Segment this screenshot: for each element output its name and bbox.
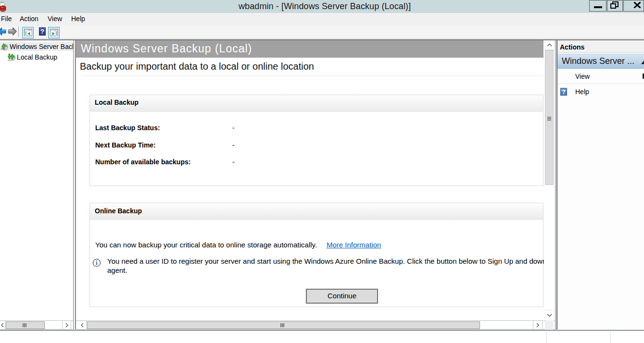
svg-text:?: ? bbox=[40, 28, 44, 35]
svg-text:?: ? bbox=[562, 89, 565, 96]
